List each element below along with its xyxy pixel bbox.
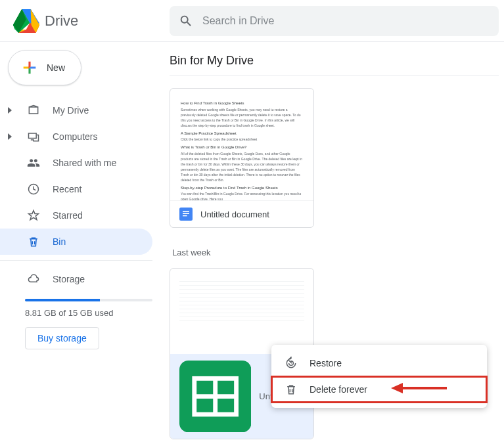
chevron-right-icon bbox=[5, 107, 14, 114]
document-name: Untitled document bbox=[200, 209, 269, 219]
sidebar-item-label: Shared with me bbox=[53, 158, 116, 168]
sidebar-item-label: Starred bbox=[53, 210, 83, 221]
sidebar: New My Drive Computers Shared with me bbox=[0, 42, 164, 440]
sidebar-item-label: Bin bbox=[53, 236, 66, 247]
menu-item-restore[interactable]: Restore bbox=[271, 350, 487, 376]
document-card[interactable]: How to Find Trash in Google Sheets Somet… bbox=[170, 88, 314, 228]
sidebar-item-label: My Drive bbox=[53, 105, 89, 116]
svg-rect-15 bbox=[183, 215, 187, 217]
document-preview: How to Find Trash in Google Sheets Somet… bbox=[170, 89, 313, 200]
trash-icon bbox=[285, 383, 298, 396]
drive-logo-icon bbox=[13, 8, 39, 34]
storage-fill bbox=[25, 299, 100, 301]
restore-icon bbox=[285, 357, 298, 370]
storage-label: Storage bbox=[53, 274, 85, 284]
sidebar-item-storage[interactable]: Storage bbox=[0, 266, 152, 292]
buy-storage-button[interactable]: Buy storage bbox=[25, 327, 99, 349]
recent-icon bbox=[26, 183, 41, 196]
menu-item-label: Restore bbox=[309, 358, 342, 368]
storage-used-text: 8.81 GB of 15 GB used bbox=[25, 308, 152, 318]
bin-icon bbox=[26, 235, 41, 248]
divider bbox=[170, 76, 499, 76]
sidebar-item-recent[interactable]: Recent bbox=[0, 176, 152, 202]
search-input[interactable] bbox=[202, 15, 490, 27]
svg-rect-13 bbox=[183, 211, 189, 212]
sidebar-item-computers[interactable]: Computers bbox=[0, 123, 152, 150]
divider bbox=[0, 260, 152, 261]
computers-icon bbox=[26, 130, 41, 143]
menu-item-delete-forever[interactable]: Delete forever bbox=[271, 376, 487, 403]
shared-icon bbox=[26, 156, 41, 169]
plus-icon bbox=[20, 58, 39, 77]
docs-icon bbox=[179, 208, 193, 221]
spreadsheet-preview bbox=[170, 269, 313, 354]
drive-logo-area[interactable]: Drive bbox=[5, 8, 170, 34]
context-menu: Restore Delete forever bbox=[271, 345, 487, 408]
sidebar-item-starred[interactable]: Starred bbox=[0, 202, 152, 229]
storage-bar bbox=[25, 299, 152, 301]
search-icon bbox=[179, 14, 193, 28]
sidebar-item-label: Recent bbox=[53, 184, 81, 194]
section-label: Last week bbox=[172, 248, 499, 257]
chevron-right-icon bbox=[5, 133, 14, 140]
sidebar-item-shared[interactable]: Shared with me bbox=[0, 150, 152, 176]
page-title: Bin for My Drive bbox=[170, 54, 499, 76]
cloud-icon bbox=[26, 273, 41, 286]
search-bar[interactable] bbox=[170, 6, 499, 36]
new-button-label: New bbox=[47, 62, 65, 73]
sidebar-item-bin[interactable]: Bin bbox=[0, 229, 152, 255]
app-name: Drive bbox=[45, 12, 78, 30]
sidebar-item-my-drive[interactable]: My Drive bbox=[0, 97, 152, 123]
my-drive-icon bbox=[26, 104, 41, 117]
star-icon bbox=[26, 209, 41, 222]
menu-item-label: Delete forever bbox=[309, 384, 367, 395]
new-button[interactable]: New bbox=[8, 50, 81, 85]
svg-rect-14 bbox=[183, 213, 189, 214]
sidebar-item-label: Computers bbox=[53, 131, 97, 142]
sheets-icon bbox=[179, 361, 251, 432]
